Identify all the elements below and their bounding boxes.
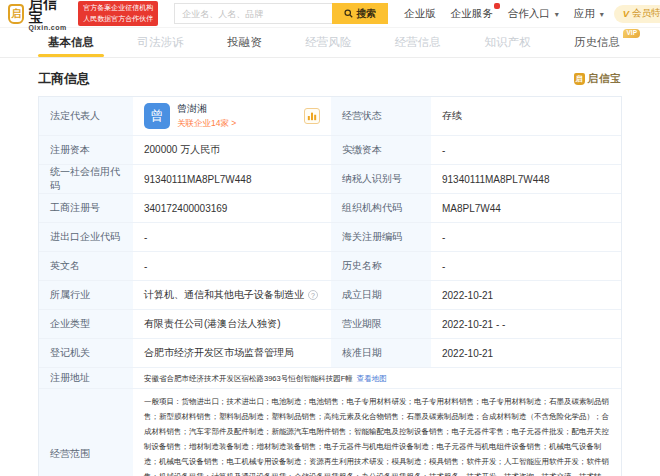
business-term-label: 营业期限: [331, 310, 431, 338]
legal-rep-name-link[interactable]: 曾澍湘: [177, 102, 236, 116]
search-icon: [344, 9, 353, 18]
relation-graph-button[interactable]: [304, 108, 320, 124]
nav-enterprise-edition[interactable]: 企业版: [404, 7, 436, 21]
qixinbao-watermark: 启 启信宝: [574, 72, 623, 86]
tab-operating-info[interactable]: 经营信息: [385, 28, 451, 57]
active-tab-underline: [38, 54, 104, 57]
org-code-value: MA8PL7W44: [431, 194, 621, 222]
brand-shield-icon: 启: [8, 4, 24, 24]
company-type-value: 有限责任公司(港澳台法人独资): [133, 310, 331, 338]
new-badge-icon: [494, 3, 500, 9]
table-row: 进出口企业代码 - 海关注册编码 -: [39, 223, 621, 252]
customs-code-value: -: [431, 223, 621, 251]
legal-rep-label: 法定代表人: [39, 97, 133, 135]
table-row: 注册资本 200000 万人民币 实缴资本 -: [39, 136, 621, 165]
bar-chart-icon: [307, 111, 317, 121]
status-label: 经营状态: [331, 97, 431, 135]
cert-badge-line2: 人民数据官方合作伙伴: [83, 14, 153, 25]
customs-code-label: 海关注册编码: [331, 223, 431, 251]
detail-tabbar: 基本信息 司法涉诉 投融资 经营风险 经营信息 知识产权 历史信息 VIP: [0, 28, 660, 58]
table-row: 工商注册号 340172400003169 组织机构代码 MA8PL7W44: [39, 194, 621, 223]
table-row: 法定代表人 曾 曾澍湘 关联企业14家 > 经营状态 存续: [39, 97, 621, 136]
tab-investment-financing[interactable]: 投融资: [217, 28, 272, 57]
chevron-down-icon: ▾: [600, 10, 604, 19]
vip-badge: VIP: [623, 29, 639, 38]
legal-rep-avatar[interactable]: 曾: [144, 103, 170, 129]
paid-in-capital-label: 实缴资本: [331, 136, 431, 164]
table-row: 注册地址 安徽省合肥市经济技术开发区宿松路3963号恒创智能科技园F幢 查看地图: [39, 368, 621, 389]
cert-badge-line1: 官方备案企业征信机构: [83, 3, 153, 14]
view-map-link[interactable]: 查看地图: [357, 371, 387, 386]
qixinbao-logo[interactable]: 启 启信宝 Qixin.com: [8, 0, 68, 31]
official-cert-badge: 官方备案企业征信机构 人民数据官方合作伙伴: [78, 1, 158, 26]
business-scope-value: 一般项目：货物进出口；技术进出口；电池制造；电池销售；电子专用材料研发；电子专用…: [144, 394, 610, 476]
search-bar: 搜索: [174, 3, 388, 24]
registration-number-label: 工商注册号: [39, 194, 133, 222]
table-row: 经营范围 一般项目：货物进出口；技术进出口；电池制造；电池销售；电子专用材料研发…: [39, 389, 621, 476]
former-name-value: -: [431, 252, 621, 280]
help-icon[interactable]: ?: [308, 290, 318, 300]
nav-partner-entry[interactable]: 合作入口 ▾: [508, 7, 559, 21]
table-row: 登记机关 合肥市经济开发区市场监督管理局 核准日期 2022-10-21: [39, 339, 621, 368]
former-name-label: 历史名称: [331, 252, 431, 280]
table-row: 所属行业 计算机、通信和其他电子设备制造业 ? 成立日期 2022-10-21: [39, 281, 621, 310]
registration-authority-value: 合肥市经济开发区市场监督管理局: [133, 339, 331, 367]
registered-address-label: 注册地址: [39, 368, 133, 388]
industry-value: 计算机、通信和其他电子设备制造业: [144, 288, 304, 302]
industry-label: 所属行业: [39, 281, 133, 309]
business-scope-label: 经营范围: [39, 389, 133, 476]
org-code-label: 组织机构代码: [331, 194, 431, 222]
registered-capital-value: 200000 万人民币: [133, 136, 331, 164]
paid-in-capital-value: -: [431, 136, 621, 164]
company-type-label: 企业类型: [39, 310, 133, 338]
status-value: 存续: [431, 97, 621, 135]
business-info-table: 法定代表人 曾 曾澍湘 关联企业14家 > 经营状态 存续: [38, 96, 622, 476]
registration-number-value: 340172400003169: [133, 194, 331, 222]
page-title: 工商信息: [38, 70, 90, 88]
tab-judicial-litigation[interactable]: 司法涉诉: [128, 28, 194, 57]
approval-date-value: 2022-10-21: [431, 339, 621, 367]
top-navigation-bar: 启 启信宝 Qixin.com 官方备案企业征信机构 人民数据官方合作伙伴 搜索…: [0, 0, 660, 28]
table-row: 英文名 - 历史名称 -: [39, 252, 621, 281]
search-input[interactable]: [174, 3, 332, 24]
brand-name: 启信宝: [28, 0, 68, 24]
credit-code-value: 91340111MA8PL7W448: [133, 165, 331, 193]
import-export-code-value: -: [133, 223, 331, 251]
related-companies-link[interactable]: 关联企业14家 >: [177, 118, 236, 130]
registered-address-value: 安徽省合肥市经济技术开发区宿松路3963号恒创智能科技园F幢: [144, 371, 353, 386]
industry-value-cell: 计算机、通信和其他电子设备制造业 ?: [133, 281, 331, 309]
vip-v-icon: V: [623, 8, 629, 19]
table-row: 企业类型 有限责任公司(港澳台法人独资) 营业期限 2022-10-21 - -: [39, 310, 621, 339]
tab-operating-risk[interactable]: 经营风险: [295, 28, 361, 57]
member-privilege-label: 会员特权: [632, 7, 660, 20]
establish-date-value: 2022-10-21: [431, 281, 621, 309]
business-term-value: 2022-10-21 - -: [431, 310, 621, 338]
table-row: 统一社会信用代码 91340111MA8PL7W448 纳税人识别号 91340…: [39, 165, 621, 194]
tab-intellectual-property[interactable]: 知识产权: [474, 28, 540, 57]
import-export-code-label: 进出口企业代码: [39, 223, 133, 251]
registered-capital-label: 注册资本: [39, 136, 133, 164]
chevron-down-icon: ▾: [555, 10, 559, 19]
member-privilege-button[interactable]: V 会员特权: [614, 5, 660, 23]
registration-authority-label: 登记机关: [39, 339, 133, 367]
establish-date-label: 成立日期: [331, 281, 431, 309]
section-header: 工商信息 启 启信宝: [38, 70, 622, 88]
legal-rep-cell: 曾 曾澍湘 关联企业14家 >: [133, 97, 331, 135]
tab-basic-info[interactable]: 基本信息: [38, 28, 104, 57]
taxpayer-id-label: 纳税人识别号: [331, 165, 431, 193]
approval-date-label: 核准日期: [331, 339, 431, 367]
business-scope-cell: 一般项目：货物进出口；技术进出口；电池制造；电池销售；电子专用材料研发；电子专用…: [133, 389, 621, 476]
watermark-text: 启信宝: [588, 72, 623, 86]
nav-apps[interactable]: 应用 ▾: [574, 7, 604, 21]
tab-history-info[interactable]: 历史信息 VIP: [564, 28, 630, 57]
watermark-shield-icon: 启: [574, 73, 585, 85]
top-nav-links: 企业版 企业服务 合作入口 ▾ 应用 ▾: [404, 7, 603, 21]
search-button-label: 搜索: [356, 7, 376, 21]
credit-code-label: 统一社会信用代码: [39, 165, 133, 193]
taxpayer-id-value: 91340111MA8PL7W448: [431, 165, 621, 193]
english-name-label: 英文名: [39, 252, 133, 280]
registered-address-cell: 安徽省合肥市经济技术开发区宿松路3963号恒创智能科技园F幢 查看地图: [133, 368, 621, 388]
search-button[interactable]: 搜索: [332, 3, 388, 24]
english-name-value: -: [133, 252, 331, 280]
nav-enterprise-services[interactable]: 企业服务: [451, 7, 493, 21]
